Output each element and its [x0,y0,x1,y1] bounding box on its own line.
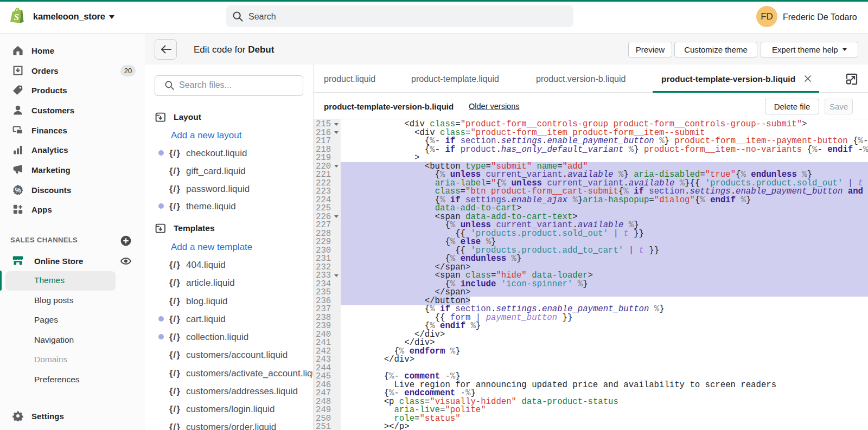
svg-text:%: % [15,187,21,194]
svg-text:S: S [14,12,18,22]
